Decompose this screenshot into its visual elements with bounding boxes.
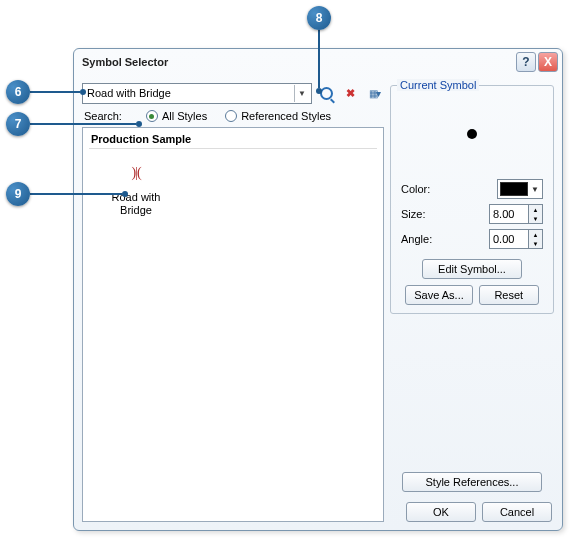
symbol-selector-dialog: Symbol Selector ? X Road with Bridge ▼ ✖… (73, 48, 563, 531)
chevron-down-icon[interactable]: ▼ (294, 85, 309, 102)
callout-dot (136, 121, 142, 127)
angle-spinner[interactable]: ▲▼ (489, 229, 543, 249)
spinner-up-icon[interactable]: ▲ (529, 230, 542, 239)
reset-button[interactable]: Reset (479, 285, 539, 305)
close-button[interactable]: X (538, 52, 558, 72)
callout-dot (316, 88, 322, 94)
current-symbol-group: Current Symbol Color: ▼ Size: ▲▼ (390, 85, 554, 314)
save-as-button[interactable]: Save As... (405, 285, 473, 305)
search-label: Search: (84, 110, 122, 122)
symbol-preview-icon: )|( (112, 157, 160, 189)
angle-input[interactable] (489, 229, 529, 249)
callout-8: 8 (307, 6, 331, 30)
current-symbol-title: Current Symbol (397, 79, 479, 91)
dialog-title: Symbol Selector (82, 56, 514, 68)
angle-label: Angle: (401, 233, 447, 245)
symbol-dot-icon (467, 129, 477, 139)
spinner-down-icon[interactable]: ▼ (529, 239, 542, 248)
radio-all-styles-label: All Styles (162, 110, 207, 122)
radio-dot-icon (146, 110, 158, 122)
radio-referenced-styles-label: Referenced Styles (241, 110, 331, 122)
search-combo[interactable]: Road with Bridge ▼ (82, 83, 312, 104)
callout-6: 6 (6, 80, 30, 104)
search-input-value[interactable]: Road with Bridge (87, 87, 294, 99)
callout-line (318, 30, 320, 88)
callout-7: 7 (6, 112, 30, 136)
list-item[interactable]: )|( Road with Bridge (101, 157, 171, 217)
spinner-down-icon[interactable]: ▼ (529, 214, 542, 223)
callout-dot (80, 89, 86, 95)
results-category: Production Sample (89, 130, 377, 149)
color-picker[interactable]: ▼ (497, 179, 543, 199)
current-symbol-swatch (399, 94, 545, 174)
ok-button[interactable]: OK (406, 502, 476, 522)
edit-symbol-button[interactable]: Edit Symbol... (422, 259, 522, 279)
chevron-down-icon: ▼ (530, 185, 540, 194)
cancel-button[interactable]: Cancel (482, 502, 552, 522)
results-list[interactable]: Production Sample )|( Road with Bridge (82, 127, 384, 522)
callout-9: 9 (6, 182, 30, 206)
view-mode-icon[interactable]: ▦▾ (364, 83, 384, 103)
clear-search-icon[interactable]: ✖ (340, 83, 360, 103)
radio-all-styles[interactable]: All Styles (146, 110, 207, 122)
callout-dot (122, 191, 128, 197)
color-swatch-icon (500, 182, 528, 196)
spinner-up-icon[interactable]: ▲ (529, 205, 542, 214)
callout-line (30, 91, 80, 93)
callout-line (30, 193, 122, 195)
size-input[interactable] (489, 204, 529, 224)
radio-referenced-styles[interactable]: Referenced Styles (225, 110, 331, 122)
help-button[interactable]: ? (516, 52, 536, 72)
size-spinner[interactable]: ▲▼ (489, 204, 543, 224)
radio-dot-icon (225, 110, 237, 122)
color-label: Color: (401, 183, 447, 195)
size-label: Size: (401, 208, 447, 220)
callout-line (30, 123, 136, 125)
style-references-button[interactable]: Style References... (402, 472, 542, 492)
